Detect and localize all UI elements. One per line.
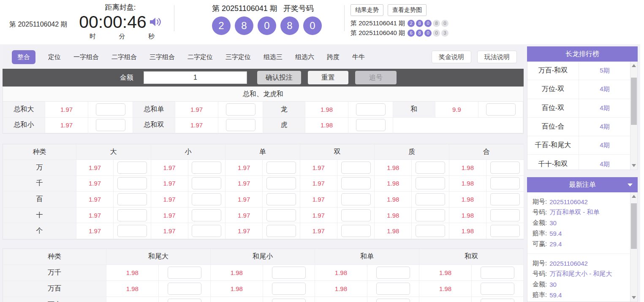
scroll-up-arrow[interactable] (632, 195, 636, 198)
bet-input[interactable] (376, 267, 410, 279)
bet-input[interactable] (192, 193, 221, 205)
bet-input[interactable] (416, 162, 445, 174)
bet-input[interactable] (272, 267, 306, 279)
bet-input[interactable] (490, 225, 520, 237)
bet-input[interactable] (226, 119, 255, 131)
scroll-down-arrow[interactable] (632, 164, 636, 167)
tab-整合[interactable]: 整合 (12, 50, 35, 64)
speaker-icon[interactable] (149, 16, 162, 29)
bet-input[interactable] (192, 162, 221, 174)
tab-定位[interactable]: 定位 (48, 53, 61, 61)
bet-input[interactable] (416, 225, 445, 237)
bet-input[interactable] (490, 162, 520, 174)
bet-input[interactable] (341, 209, 371, 221)
bet-input[interactable] (117, 209, 147, 221)
bet-input[interactable] (486, 103, 516, 116)
rules-info-button[interactable]: 玩法说明 (477, 51, 517, 63)
bet-input[interactable] (192, 177, 221, 189)
reset-button[interactable]: 重置 (308, 71, 348, 84)
result-trend-button[interactable]: 结果走势 (351, 4, 383, 16)
bet-input[interactable] (117, 177, 147, 189)
order-issue-value: 20251106042 (549, 198, 588, 205)
scroll-thumb[interactable] (631, 203, 637, 249)
bet-input[interactable] (341, 193, 371, 205)
odds-value: 1.97 (76, 191, 114, 208)
odds-value: 1.98 (419, 297, 472, 302)
tab-二字定位[interactable]: 二字定位 (187, 53, 213, 61)
bet-input[interactable] (341, 225, 371, 237)
countdown-units: 时 分 秒 (72, 32, 169, 40)
tab-三字定位[interactable]: 三字定位 (226, 53, 251, 61)
column-header: 大 (76, 144, 151, 160)
dragon-row: 百位-合4期 (527, 118, 630, 136)
bet-input[interactable] (192, 209, 221, 221)
odds-value: 9.9 (435, 102, 478, 118)
bet-input[interactable] (490, 177, 520, 189)
prize-info-button[interactable]: 奖金说明 (432, 51, 471, 63)
scrollbar[interactable] (630, 62, 637, 170)
scrollbar[interactable] (630, 192, 637, 302)
bet-input[interactable] (192, 225, 221, 237)
bet-input[interactable] (168, 267, 201, 279)
bet-input-cell (486, 191, 524, 208)
bet-input[interactable] (117, 162, 147, 174)
bet-input[interactable] (117, 225, 147, 237)
bet-input[interactable] (416, 209, 445, 221)
bet-input[interactable] (226, 103, 255, 116)
bet-input[interactable] (266, 209, 296, 221)
dragon-name: 万位-双 (527, 80, 579, 98)
bet-input[interactable] (490, 193, 520, 205)
play-tabbar: 整合定位一字组合二字组合三字组合二字定位三字定位组选三组选六跨度牛牛 奖金说明 … (3, 45, 524, 69)
bet-input[interactable] (266, 225, 296, 237)
bet-input[interactable] (168, 283, 201, 295)
bet-input[interactable] (272, 299, 306, 302)
bet-input[interactable] (272, 283, 306, 295)
bet-input[interactable] (341, 177, 371, 189)
chase-number-button[interactable]: 追号 (355, 71, 397, 84)
confirm-bet-button[interactable]: 确认投注 (257, 71, 301, 84)
tab-二字组合[interactable]: 二字组合 (111, 53, 137, 61)
draw-title: 第 20251106041 期开奖号码 (212, 3, 322, 13)
bet-input[interactable] (416, 177, 445, 189)
scroll-thumb[interactable] (631, 78, 637, 125)
order-odds: 赔率:59.4 (533, 228, 630, 239)
order-odds-value: 59.4 (549, 230, 562, 237)
bet-input[interactable] (266, 193, 296, 205)
bet-input[interactable] (168, 299, 201, 302)
row-label: 万百 (3, 281, 106, 297)
bet-input-cell (263, 265, 315, 281)
bet-input[interactable] (117, 193, 147, 205)
tab-一字组合[interactable]: 一字组合 (73, 53, 99, 61)
column-header: 合 (449, 144, 524, 160)
bet-input[interactable] (356, 103, 386, 116)
bet-input[interactable] (266, 162, 296, 174)
bet-input[interactable] (481, 267, 514, 279)
bet-input[interactable] (416, 193, 445, 205)
history-ball: 0 (424, 20, 432, 27)
bet-input[interactable] (376, 299, 410, 302)
bet-input[interactable] (356, 119, 386, 131)
tab-组选六[interactable]: 组选六 (295, 53, 314, 61)
bet-input[interactable] (481, 299, 514, 302)
bet-input[interactable] (96, 103, 125, 116)
bet-input[interactable] (376, 283, 410, 295)
bet-input[interactable] (266, 177, 296, 189)
bet-input[interactable] (481, 283, 514, 295)
odds-value: 1.97 (175, 102, 218, 118)
bet-input[interactable] (341, 162, 371, 174)
amount-input[interactable] (144, 71, 247, 84)
tab-组选三[interactable]: 组选三 (264, 53, 283, 61)
order-win: 可赢:29.4 (533, 239, 630, 249)
bet-input[interactable] (96, 119, 125, 131)
tab-牛牛[interactable]: 牛牛 (352, 53, 365, 61)
view-trend-chart-button[interactable]: 查看走势图 (388, 4, 427, 16)
scroll-down-arrow[interactable] (632, 296, 636, 299)
order-number-value: 万百和尾大小 - 和尾大 (549, 270, 612, 278)
tab-跨度[interactable]: 跨度 (327, 53, 340, 61)
scroll-up-arrow[interactable] (632, 64, 636, 67)
bet-input[interactable] (490, 209, 520, 221)
order-odds: 赔率:59.4 (533, 290, 630, 300)
collapse-icon[interactable] (628, 183, 633, 186)
tab-三字组合[interactable]: 三字组合 (149, 53, 175, 61)
order-win: 可赢:29.4 (533, 300, 630, 302)
